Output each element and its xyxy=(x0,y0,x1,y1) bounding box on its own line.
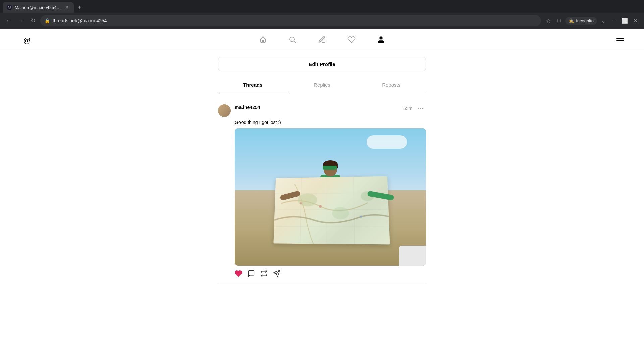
post-image-inner xyxy=(235,128,426,266)
dropdown-button[interactable]: ⌄ xyxy=(598,16,608,25)
share-button[interactable] xyxy=(273,270,280,277)
profile-nav-button[interactable] xyxy=(374,33,388,46)
svg-point-3 xyxy=(380,37,382,39)
url-text: threads.net/@ma.ine4254 xyxy=(53,18,107,23)
tab-title: Maine (@ma.ine4254) on Threa... xyxy=(15,5,62,10)
page: @ Edit P xyxy=(0,29,644,362)
avatar-image xyxy=(218,104,231,117)
svg-text:@: @ xyxy=(23,36,30,44)
top-nav: @ xyxy=(0,29,644,50)
menu-line xyxy=(616,38,624,39)
post-meta: ma.ine4254 xyxy=(235,104,403,110)
person-headband xyxy=(323,166,337,170)
home-nav-button[interactable] xyxy=(256,33,270,46)
tab-threads[interactable]: Threads xyxy=(218,78,287,92)
active-tab[interactable]: @ Maine (@ma.ine4254) on Threa... ✕ xyxy=(3,2,74,13)
browser-chrome: @ Maine (@ma.ine4254) on Threa... ✕ + ← … xyxy=(0,0,644,29)
profile-container: Edit Profile Threads Replies Reposts xyxy=(218,57,426,283)
tab-reposts[interactable]: Reposts xyxy=(357,78,426,92)
nav-icons xyxy=(256,33,388,46)
thread-post: ma.ine4254 55m ··· Good thing I got lost… xyxy=(218,99,426,283)
refresh-button[interactable]: ↻ xyxy=(28,16,38,25)
tab-bar: @ Maine (@ma.ine4254) on Threa... ✕ + xyxy=(0,0,644,13)
car-element xyxy=(399,246,426,266)
nav-bar: ← → ↻ 🔒 threads.net/@ma.ine4254 ☆ □ 🕵 In… xyxy=(0,13,644,29)
tab-close-button[interactable]: ✕ xyxy=(64,5,70,10)
post-header-right: 55m ··· xyxy=(403,104,426,112)
post-actions xyxy=(235,270,426,277)
maximize-button[interactable]: ⬜ xyxy=(620,16,629,25)
incognito-badge[interactable]: 🕵 Incognito xyxy=(565,17,597,25)
new-tab-button[interactable]: + xyxy=(75,4,84,11)
post-header: ma.ine4254 55m ··· xyxy=(218,104,426,117)
close-window-button[interactable]: ✕ xyxy=(631,16,640,25)
likes-nav-button[interactable] xyxy=(345,33,358,46)
compose-nav-button[interactable] xyxy=(315,33,329,46)
map-paper xyxy=(273,176,390,244)
tab-replies[interactable]: Replies xyxy=(287,78,357,92)
clouds xyxy=(367,135,407,149)
repost-button[interactable] xyxy=(260,270,268,277)
forward-button[interactable]: → xyxy=(16,16,25,25)
threads-logo[interactable]: @ xyxy=(20,33,34,46)
address-bar[interactable]: 🔒 threads.net/@ma.ine4254 xyxy=(40,15,541,26)
svg-line-2 xyxy=(294,41,296,43)
svg-point-1 xyxy=(290,37,294,42)
tab-favicon: @ xyxy=(7,5,12,10)
post-time: 55m xyxy=(403,106,412,111)
post-text: Good thing I got lost :) xyxy=(235,120,426,125)
post-more-button[interactable]: ··· xyxy=(415,104,426,112)
map-svg xyxy=(273,176,390,244)
comment-button[interactable] xyxy=(248,270,255,277)
like-button[interactable] xyxy=(235,270,242,277)
bookmark-button[interactable]: ☆ xyxy=(544,16,553,25)
post-image xyxy=(235,128,426,266)
menu-line xyxy=(616,40,624,41)
incognito-label: Incognito xyxy=(576,18,594,23)
back-button[interactable]: ← xyxy=(4,16,13,25)
lock-icon: 🔒 xyxy=(44,18,50,23)
edit-profile-button[interactable]: Edit Profile xyxy=(218,57,426,71)
minimize-button[interactable]: – xyxy=(609,16,619,25)
search-nav-button[interactable] xyxy=(286,33,299,46)
avatar xyxy=(218,104,231,117)
person-head xyxy=(324,163,337,176)
profile-tabs: Threads Replies Reposts xyxy=(218,78,426,92)
menu-button[interactable] xyxy=(616,38,624,41)
person-body xyxy=(300,163,361,250)
main-content: Edit Profile Threads Replies Reposts xyxy=(0,50,644,290)
incognito-icon: 🕵 xyxy=(569,18,574,23)
nav-actions: ☆ □ 🕵 Incognito ⌄ – ⬜ ✕ xyxy=(544,16,640,25)
person xyxy=(300,163,361,250)
post-username[interactable]: ma.ine4254 xyxy=(235,105,260,110)
extensions-button[interactable]: □ xyxy=(554,16,564,25)
